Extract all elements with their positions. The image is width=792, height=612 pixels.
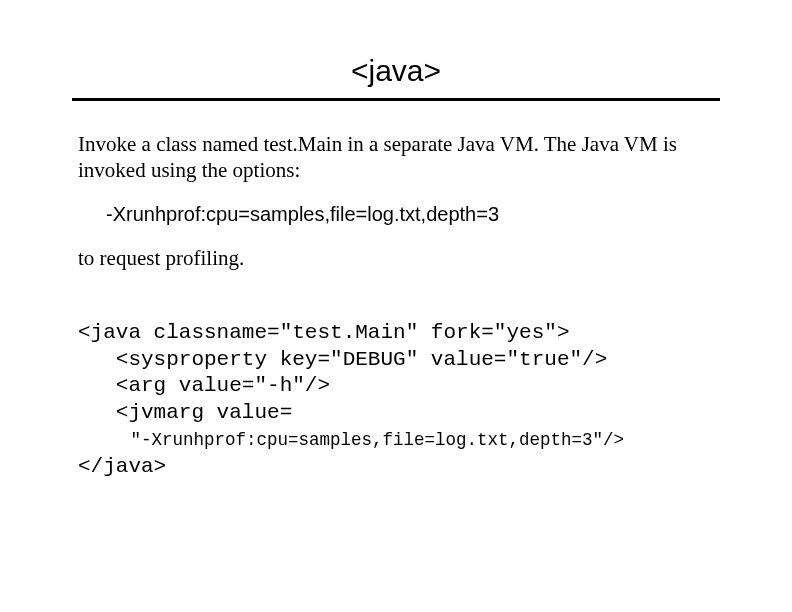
code-line: "-Xrunhprof:cpu=samples,file=log.txt,dep…: [78, 430, 624, 450]
code-line: <arg value="-h"/>: [78, 374, 330, 397]
code-line: </java>: [78, 455, 166, 478]
intro-paragraph: Invoke a class named test.Main in a sepa…: [78, 131, 714, 184]
followup-paragraph: to request profiling.: [78, 245, 714, 271]
code-block: <java classname="test.Main" fork="yes"> …: [78, 293, 714, 481]
option-line: -Xrunhprof:cpu=samples,file=log.txt,dept…: [78, 202, 714, 227]
page-title: <java>: [0, 0, 792, 98]
content-area: Invoke a class named test.Main in a sepa…: [0, 101, 792, 481]
code-line: <java classname="test.Main" fork="yes">: [78, 321, 569, 344]
code-line: <jvmarg value=: [78, 401, 292, 424]
code-line: <sysproperty key="DEBUG" value="true"/>: [78, 348, 607, 371]
